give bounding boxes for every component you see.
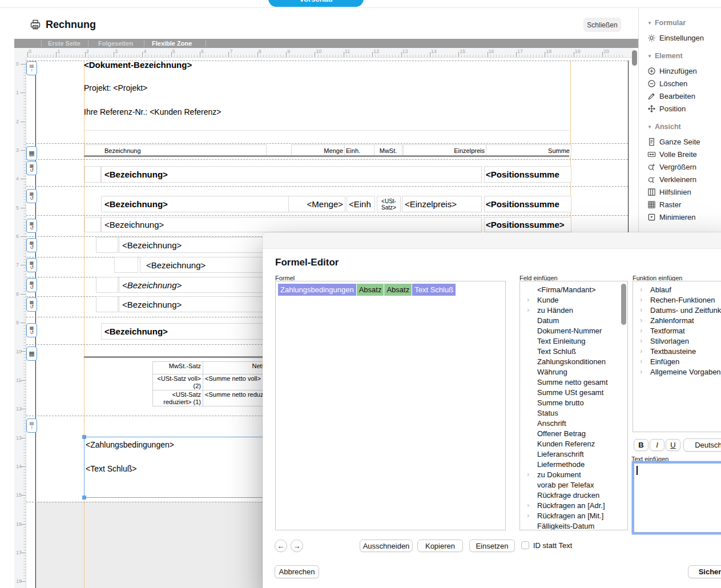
section-repeat-row-icon[interactable] <box>26 297 37 312</box>
row-bezeichnung[interactable]: <Bezeichnung> <box>101 196 289 212</box>
column-header-summe[interactable]: Summe <box>486 144 571 156</box>
chevron-right-icon[interactable] <box>640 325 642 336</box>
tax-row-voll-satz[interactable]: <USt-Satz voll> (2) <box>152 374 203 390</box>
field-projekt[interactable]: Projekt: <Projekt> <box>84 83 147 92</box>
field-dokument-bezeichnung[interactable]: <Dokument-Bezeichnung> <box>84 60 192 70</box>
chevron-right-icon[interactable] <box>527 305 529 315</box>
chevron-right-icon[interactable] <box>527 510 529 521</box>
field-list-item[interactable]: Status <box>520 408 627 418</box>
row-lead-box[interactable] <box>84 166 101 183</box>
row-lead-box[interactable] <box>96 296 118 312</box>
function-list-item[interactable]: Datums- und Zeitfunktionen <box>633 305 721 315</box>
row-positionssumme[interactable]: <Positionssumme> <box>484 217 571 232</box>
cancel-button[interactable]: Abbrechen <box>275 565 319 578</box>
row-positionssumme[interactable]: <Positionssumme <box>484 166 571 183</box>
chevron-right-icon[interactable] <box>640 295 642 305</box>
sidebar-item-position[interactable]: Position <box>647 102 721 115</box>
formula-editor-area[interactable]: ZahlungsbedingungenAbsatzAbsatzText Schl… <box>275 281 506 530</box>
resize-handle[interactable] <box>82 435 86 439</box>
field-list-item[interactable]: Währung <box>520 367 627 377</box>
text-insert-textarea[interactable] <box>634 463 721 533</box>
field-list-item[interactable]: Datum <box>520 315 627 325</box>
field-list-item[interactable]: Kunde <box>520 295 627 305</box>
italic-button[interactable]: I <box>650 439 664 451</box>
row-lead-box[interactable] <box>96 237 118 253</box>
resize-handle[interactable] <box>82 496 86 500</box>
section-repeat-row-icon[interactable] <box>26 219 37 233</box>
function-list-item[interactable]: Stilvorlagen <box>633 336 721 346</box>
formula-token-field[interactable]: Zahlungsbedingungen <box>278 284 356 296</box>
row-lead-box[interactable] <box>84 217 101 232</box>
tab-flexible-zone[interactable]: Flexible Zone <box>152 40 192 47</box>
field-list-item[interactable]: Summe USt gesamt <box>520 387 627 397</box>
save-button[interactable]: Sichern <box>688 565 721 578</box>
field-list-item[interactable]: Dokument-Nummer <box>520 325 627 336</box>
chevron-right-icon[interactable] <box>640 367 642 377</box>
sidebar-item-einstellungen[interactable]: Einstellungen <box>647 31 721 44</box>
chevron-right-icon[interactable] <box>640 336 642 346</box>
function-list-item[interactable]: Rechen-Funktionen <box>633 295 721 305</box>
chevron-right-icon[interactable] <box>640 305 642 315</box>
section-repeat-row-icon[interactable] <box>26 323 37 337</box>
guide-line-left[interactable] <box>84 61 84 588</box>
sidebar-item-raster[interactable]: Raster <box>647 198 721 211</box>
tab-erste-seite[interactable]: Erste Seite <box>48 40 80 47</box>
sidebar-item-minimieren[interactable]: Minimieren <box>647 211 721 223</box>
field-list-item[interactable]: zu Händen <box>520 305 627 315</box>
function-list-item[interactable]: Einfügen <box>633 356 721 367</box>
formula-token-field[interactable]: Text Schluß <box>412 284 456 296</box>
chevron-right-icon[interactable] <box>640 284 642 295</box>
field-list-item[interactable]: Text Schluß <box>520 346 627 356</box>
history-forward-button[interactable]: → <box>291 539 303 552</box>
field-list-item[interactable]: vorab per Telefax <box>520 480 627 490</box>
section-repeat-row-icon[interactable] <box>26 189 37 203</box>
sidebar-item-hinzufuegen[interactable]: Hinzufügen <box>647 65 721 77</box>
field-list-item[interactable]: Anschrift <box>520 418 627 428</box>
preview-button[interactable]: Vorschau <box>268 0 364 7</box>
function-list-item[interactable]: Allgemeine Vorgaben <box>633 367 721 377</box>
section-header-formular[interactable]: ▼Formular <box>647 19 721 27</box>
field-list-item[interactable]: Summe netto gesamt <box>520 377 627 387</box>
chevron-right-icon[interactable] <box>640 315 642 325</box>
section-repeat-row-icon[interactable] <box>26 278 37 292</box>
field-list-item[interactable]: Kunden Referenz <box>520 438 627 449</box>
field-list-item[interactable]: Summe brutto <box>520 397 627 408</box>
chevron-right-icon[interactable] <box>527 500 529 510</box>
sidebar-item-verkleinern[interactable]: Verkleinern <box>647 173 721 186</box>
section-header-ansicht[interactable]: ▼Ansicht <box>647 123 721 131</box>
chevron-right-icon[interactable] <box>527 469 529 480</box>
field-list-item[interactable]: Rückfragen an [Mit.] <box>520 510 627 521</box>
row-positionssumme[interactable]: <Positionssumme <box>484 196 571 212</box>
section-text-block-icon[interactable] <box>26 61 37 75</box>
formula-token-function[interactable]: Absatz <box>384 284 412 296</box>
chevron-right-icon[interactable] <box>640 356 642 367</box>
field-list-item[interactable]: Rückfragen an [Adr.] <box>520 500 627 510</box>
field-kunden-referenz[interactable]: Ihre Referenz-Nr.: <Kunden Referenz> <box>84 107 221 116</box>
field-list-scrollbar[interactable] <box>621 284 626 325</box>
vertical-scrollbar[interactable] <box>632 50 637 66</box>
copy-button[interactable]: Kopieren <box>417 539 463 552</box>
row-menge[interactable]: <Menge> <box>288 196 345 212</box>
section-repeat-row-icon[interactable] <box>26 258 37 272</box>
field-list-item[interactable]: Rückfrage drucken <box>520 490 627 500</box>
dialog-titlebar[interactable] <box>263 232 721 249</box>
section-table-icon[interactable] <box>26 146 37 160</box>
field-list-item[interactable]: Liefermethode <box>520 459 627 469</box>
field-list-item[interactable]: <Firma/Mandant> <box>520 284 627 295</box>
formula-token-function[interactable]: Absatz <box>357 284 384 296</box>
sidebar-item-bearbeiten[interactable]: Bearbeiten <box>647 90 721 102</box>
section-repeat-row-icon[interactable] <box>26 238 37 252</box>
row-bezeichnung[interactable]: <Bezeichnung> <box>101 166 482 183</box>
section-table-icon[interactable] <box>26 347 37 361</box>
tax-header-satz[interactable]: MwSt.-Satz <box>152 361 203 374</box>
row-einzelpreis[interactable]: <Einzelpreis> <box>402 196 482 212</box>
chevron-right-icon[interactable] <box>527 295 529 305</box>
field-list-item[interactable]: Zahlungskonditionen <box>520 356 627 367</box>
column-header-einh[interactable]: Einh. <box>344 144 374 156</box>
underline-button[interactable]: U <box>666 439 680 451</box>
column-header-einzelpreis[interactable]: Einzelpreis <box>403 144 486 156</box>
row-bezeichnung[interactable]: <Bezeichnung> <box>101 217 482 232</box>
close-button[interactable]: Schließen <box>583 18 621 32</box>
sidebar-item-ganze-seite[interactable]: Ganze Seite <box>647 135 721 148</box>
section-text-block-icon[interactable] <box>26 418 37 433</box>
